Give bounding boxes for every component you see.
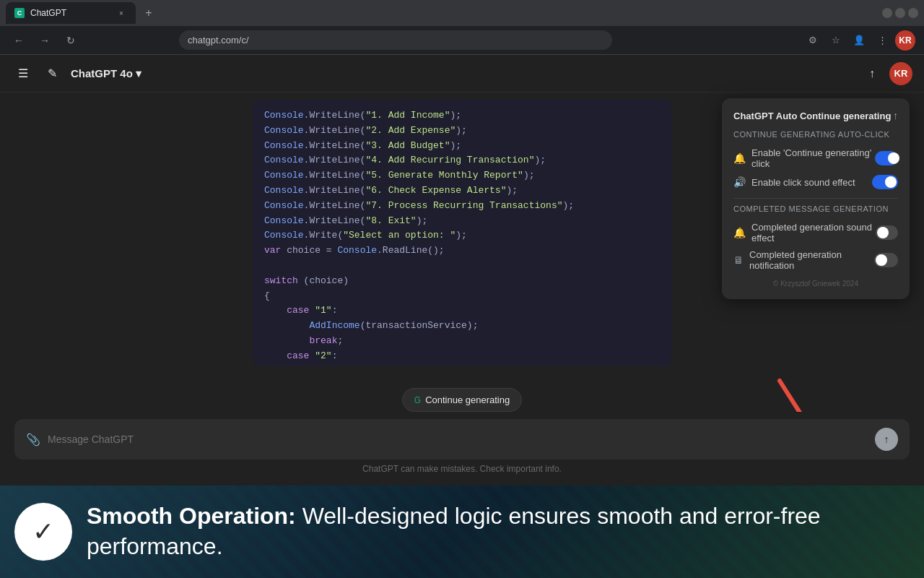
code-line: break; (264, 334, 660, 349)
enable-click-toggle-row: 🔔 Enable 'Continue generating' click (733, 144, 898, 172)
tab-favicon: C (14, 8, 25, 18)
bottom-overlay-text: Smooth Operation: Well-designed logic en… (87, 501, 910, 561)
message-area: 📎 ↑ ChatGPT can make mistakes. Check imp… (0, 412, 924, 486)
forward-button[interactable]: → (35, 30, 55, 51)
code-line: AddExpense(transaction (264, 364, 660, 366)
code-line: Console.WriteLine("8. Exit"); (264, 214, 660, 229)
chatgpt-app: ☰ ✎ ChatGPT 4o ▾ ↑ KR Console.WriteLine(… (0, 55, 924, 486)
message-input[interactable] (48, 434, 868, 445)
auto-click-section-label: Continue generating auto-click (733, 130, 898, 139)
code-block: Console.WriteLine("1. Add Income"); Cons… (253, 100, 671, 366)
enable-click-toggle[interactable] (875, 151, 898, 165)
sound-icon: 🔊 (733, 176, 746, 188)
browser-chrome: C ChatGPT × + ← → ↻ chatgpt.com/c/ ⚙ ☆ 👤… (0, 0, 924, 55)
checkmark-circle: ✓ (14, 503, 72, 561)
monitor-icon: 🖥 (733, 254, 744, 266)
code-line: Console.Write("Select an option: "); (264, 228, 660, 243)
new-tab-button[interactable]: + (139, 3, 159, 23)
user-avatar[interactable]: KR (889, 62, 912, 85)
send-button[interactable]: ↑ (875, 428, 898, 451)
window-controls (882, 8, 918, 18)
gen-sound-toggle[interactable] (876, 225, 898, 240)
code-line: case "2": (264, 349, 660, 364)
popup-title: ChatGPT Auto Continue generating (733, 111, 891, 121)
attach-button[interactable]: 📎 (26, 433, 40, 447)
chatgpt-header: ☰ ✎ ChatGPT 4o ▾ ↑ KR (0, 55, 924, 92)
code-line: var choice = Console.ReadLine(); (264, 243, 660, 259)
gen-sound-toggle-row: 🔔 Completed generation sound effect (733, 219, 898, 246)
enable-click-text: Enable 'Continue generating' click (751, 147, 875, 169)
message-generation-section-label: Completed message generation (733, 204, 898, 213)
code-line: case "1": (264, 303, 660, 319)
svg-line-1 (780, 381, 805, 412)
code-line: Console.WriteLine("7. Process Recurring … (264, 199, 660, 214)
tab-bar: C ChatGPT × + (0, 0, 924, 26)
minimize-button[interactable] (882, 8, 892, 18)
close-window-button[interactable] (908, 8, 918, 18)
maximize-button[interactable] (895, 8, 905, 18)
arrow-indicator (765, 374, 823, 412)
model-selector[interactable]: ChatGPT 4o ▾ (64, 63, 149, 85)
code-line: switch (choice) (264, 274, 660, 289)
bell-icon-2: 🔔 (733, 227, 746, 238)
new-chat-button[interactable]: ✎ (40, 62, 64, 85)
active-tab[interactable]: C ChatGPT × (6, 2, 136, 24)
code-line: { (264, 289, 660, 304)
code-line: Console.WriteLine("3. Add Budget"); (264, 139, 660, 154)
extensions-icon[interactable]: ⚙ (803, 30, 823, 51)
code-line: AddIncome(transactionService); (264, 319, 660, 334)
toggle-knob-4 (876, 254, 887, 266)
gen-notification-toggle-row: 🖥 Completed generation notification (733, 246, 898, 274)
extension-popup: ChatGPT Auto Continue generating ↑ Conti… (722, 98, 910, 299)
back-button[interactable]: ← (9, 30, 29, 51)
gen-notification-text: Completed generation notification (749, 249, 874, 271)
profile-button[interactable]: KR (895, 30, 915, 51)
toggle-knob-3 (877, 227, 889, 238)
address-bar: ← → ↻ chatgpt.com/c/ ⚙ ☆ 👤 ⋮ KR (0, 26, 924, 55)
bookmark-icon[interactable]: ☆ (826, 30, 846, 51)
sound-effect-toggle-row: 🔊 Enable click sound effect (733, 172, 898, 192)
toggle-knob (888, 152, 899, 164)
sound-effect-text: Enable click sound effect (751, 177, 855, 188)
bottom-text-bold: Smooth Operation: (87, 503, 296, 529)
continue-generating-label: Continue generating (425, 394, 510, 405)
code-line: Console.WriteLine("2. Add Expense"); (264, 124, 660, 139)
code-line: Console.WriteLine("6. Check Expense Aler… (264, 184, 660, 199)
continue-generating-button[interactable]: G Continue generating (402, 388, 522, 412)
sound-effect-toggle[interactable] (872, 175, 898, 189)
toggle-knob-2 (885, 176, 897, 188)
code-line: Console.WriteLine("1. Add Income"); (264, 108, 660, 124)
disclaimer-text: ChatGPT can make mistakes. Check importa… (14, 460, 910, 478)
share-button[interactable]: ↑ (860, 62, 884, 85)
popup-share-icon[interactable]: ↑ (893, 110, 898, 121)
code-line: Console.WriteLine("4. Add Recurring Tran… (264, 153, 660, 168)
header-right: ↑ KR (860, 62, 912, 85)
code-content: Console.WriteLine("1. Add Income"); Cons… (253, 100, 671, 366)
sound-effect-label: 🔊 Enable click sound effect (733, 176, 855, 188)
refresh-button[interactable]: ↻ (61, 30, 81, 51)
model-name: ChatGPT 4o (71, 67, 133, 79)
address-text: chatgpt.com/c/ (188, 35, 249, 46)
divider (733, 198, 898, 199)
popup-footer: © Krzysztof Gniewek 2024 (733, 280, 898, 288)
gen-sound-text: Completed generation sound effect (751, 222, 876, 243)
checkmark-icon: ✓ (32, 517, 54, 547)
sidebar-toggle-button[interactable]: ☰ (12, 62, 35, 85)
continue-icon: G (414, 395, 421, 405)
gen-notification-label: 🖥 Completed generation notification (733, 249, 874, 271)
account-icon[interactable]: 👤 (849, 30, 869, 51)
address-input[interactable]: chatgpt.com/c/ (179, 30, 612, 50)
tab-title: ChatGPT (30, 8, 110, 18)
message-input-container: 📎 ↑ (14, 419, 910, 460)
bottom-overlay: ✓ Smooth Operation: Well-designed logic … (0, 486, 924, 578)
gen-notification-toggle[interactable] (874, 253, 898, 267)
more-icon[interactable]: ⋮ (872, 30, 892, 51)
bell-icon: 🔔 (733, 152, 746, 164)
gen-sound-label: 🔔 Completed generation sound effect (733, 222, 876, 243)
toolbar-right: ⚙ ☆ 👤 ⋮ KR (803, 30, 915, 51)
tab-close-button[interactable]: × (116, 7, 127, 19)
enable-click-label: 🔔 Enable 'Continue generating' click (733, 147, 875, 169)
dropdown-icon: ▾ (136, 67, 141, 80)
code-line: Console.WriteLine("5. Generate Monthly R… (264, 168, 660, 184)
